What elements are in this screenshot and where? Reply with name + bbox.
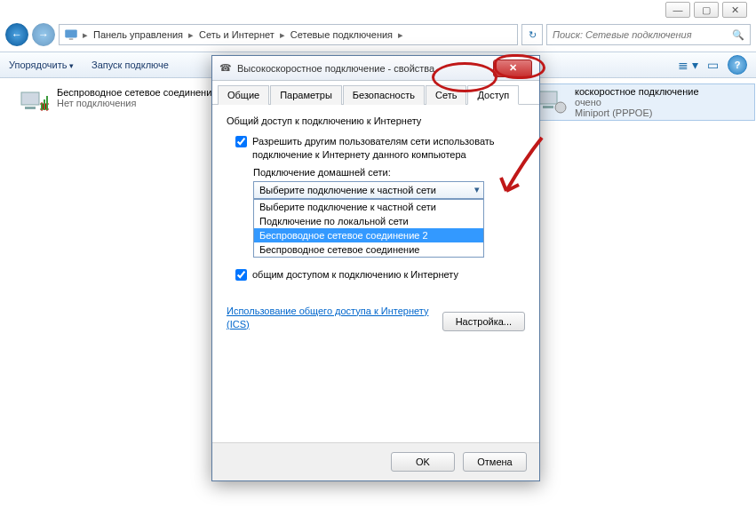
connection-status: очено xyxy=(575,97,699,107)
search-icon: 🔍 xyxy=(732,29,744,41)
organize-menu[interactable]: Упорядочить xyxy=(9,60,74,70)
svg-rect-3 xyxy=(25,107,36,109)
dialog-close-button[interactable]: ✕ xyxy=(493,60,532,77)
svg-rect-7 xyxy=(539,91,557,104)
back-button[interactable]: ← xyxy=(5,23,28,46)
connection-status: Нет подключения xyxy=(57,98,217,108)
tab-sharing[interactable]: Доступ xyxy=(467,85,519,105)
ok-button[interactable]: OK xyxy=(391,452,455,472)
dropdown-option[interactable]: Подключение по локальной сети xyxy=(254,214,483,228)
svg-rect-2 xyxy=(21,92,39,105)
allow-manage-checkbox[interactable] xyxy=(235,269,247,281)
dropdown-list: Выберите подключение к частной сети Подк… xyxy=(253,199,484,258)
svg-rect-1 xyxy=(69,39,74,40)
svg-rect-0 xyxy=(65,29,77,37)
help-icon[interactable]: ? xyxy=(728,55,747,75)
breadcrumb-item[interactable]: Сеть и Интернет xyxy=(194,29,280,40)
dropdown-option[interactable]: Беспроводное сетевое соединение xyxy=(254,242,483,257)
network-icon xyxy=(63,27,79,43)
navigation-bar: ← → ▸ Панель управления ▸ Сеть и Интерне… xyxy=(5,22,751,47)
window-close-button[interactable]: ✕ xyxy=(722,2,747,18)
allow-manage-label: общим доступом к подключению к Интернету xyxy=(252,268,458,282)
svg-point-9 xyxy=(555,102,566,113)
connection-item[interactable]: коскоростное подключение очено Miniport … xyxy=(533,83,755,121)
home-network-dropdown[interactable]: Выберите подключение к частной сети Выбе… xyxy=(253,181,484,199)
svg-rect-6 xyxy=(46,96,48,110)
connection-device: Miniport (PPPOE) xyxy=(575,107,699,118)
svg-rect-4 xyxy=(41,103,43,110)
connection-name: Беспроводное сетевое соединение xyxy=(57,87,217,98)
properties-dialog: ☎ Высокоскоростное подключение - свойств… xyxy=(211,55,540,481)
connection-item[interactable]: Беспроводное сетевое соединение Нет подк… xyxy=(18,87,240,119)
breadcrumb-item[interactable]: Панель управления xyxy=(88,29,188,40)
wireless-icon xyxy=(18,87,50,119)
settings-button[interactable]: Настройка... xyxy=(442,312,525,331)
sharing-section-title: Общий доступ к подключению к Интернету xyxy=(227,115,525,126)
tab-network[interactable]: Сеть xyxy=(426,85,466,105)
view-icon[interactable]: ≣ ▾ xyxy=(678,58,698,72)
allow-sharing-label: Разрешить другим пользователям сети испо… xyxy=(252,135,525,162)
dialog-body: Общий доступ к подключению к Интернету Р… xyxy=(212,105,539,442)
window-maximize-button[interactable]: ▢ xyxy=(694,2,719,18)
breadcrumb[interactable]: ▸ Панель управления ▸ Сеть и Интернет ▸ … xyxy=(59,24,518,45)
dropdown-option[interactable]: Беспроводное сетевое соединение 2 xyxy=(254,228,483,242)
tab-general[interactable]: Общие xyxy=(218,85,269,105)
svg-rect-8 xyxy=(543,106,553,108)
cancel-button[interactable]: Отмена xyxy=(463,452,527,472)
dialog-title: Высокоскоростное подключение - свойства xyxy=(237,63,488,74)
connection-name: коскоростное подключение xyxy=(575,86,699,97)
forward-button[interactable]: → xyxy=(32,23,55,46)
wan-icon xyxy=(536,86,568,118)
dialog-titlebar[interactable]: ☎ Высокоскоростное подключение - свойств… xyxy=(212,56,539,81)
dropdown-option[interactable]: Выберите подключение к частной сети xyxy=(254,200,483,214)
dialog-tabs: Общие Параметры Безопасность Сеть Доступ xyxy=(212,81,539,105)
svg-rect-5 xyxy=(44,99,45,110)
ics-help-link[interactable]: Использование общего доступа к Интернету… xyxy=(227,305,442,332)
allow-sharing-checkbox[interactable] xyxy=(235,136,247,147)
preview-pane-icon[interactable]: ▭ xyxy=(707,58,719,72)
tab-options[interactable]: Параметры xyxy=(270,85,342,105)
dropdown-selected[interactable]: Выберите подключение к частной сети xyxy=(253,181,484,199)
home-network-label: Подключение домашней сети: xyxy=(227,167,525,178)
tab-security[interactable]: Безопасность xyxy=(343,85,425,105)
breadcrumb-item[interactable]: Сетевые подключения xyxy=(285,29,398,40)
chevron-right-icon: ▸ xyxy=(398,29,403,41)
window-minimize-button[interactable]: — xyxy=(665,2,690,18)
refresh-button[interactable]: ↻ xyxy=(521,24,543,45)
modem-icon: ☎ xyxy=(219,62,232,74)
search-box[interactable]: 🔍 xyxy=(546,24,751,45)
launch-connection-menu[interactable]: Запуск подключе xyxy=(92,60,169,70)
search-input[interactable] xyxy=(553,29,732,40)
dialog-footer: OK Отмена xyxy=(212,442,539,480)
